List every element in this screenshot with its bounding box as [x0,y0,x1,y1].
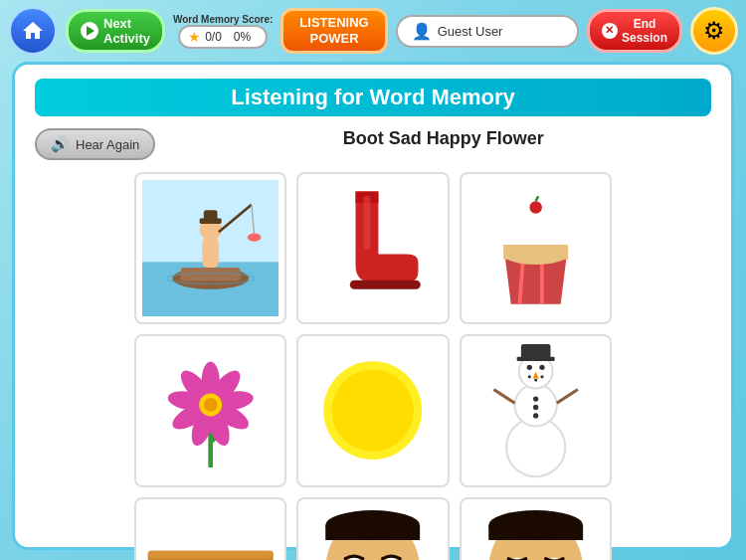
header: NextActivity Word Memory Score: ★ 0/0 0%… [0,0,746,62]
page-title: Listening for Word Memory [35,79,711,116]
sun-image [304,342,441,478]
svg-point-47 [533,414,538,419]
svg-point-18 [529,201,541,213]
svg-point-44 [540,376,543,379]
snowman-image [467,342,604,478]
fishing-image [142,180,279,316]
score-label: Word Memory Score: [173,14,273,25]
table-image [142,505,279,560]
next-activity-button[interactable]: NextActivity [66,9,165,53]
image-cell-happy-face[interactable] [296,497,449,560]
app-name-line1: LISTENING [299,15,368,30]
score-bar: ★ 0/0 0% [178,25,268,49]
happy-face-image [304,505,441,560]
svg-point-43 [534,379,537,382]
score-block: Word Memory Score: ★ 0/0 0% [173,14,273,49]
svg-point-31 [204,398,218,412]
end-session-label: EndSession [622,17,667,46]
image-cell-sun[interactable] [296,334,449,486]
svg-point-10 [248,234,262,242]
main-content: Listening for Word Memory 🔊 Hear Again B… [12,62,734,550]
image-cell-cupcake[interactable] [460,172,612,324]
svg-point-42 [527,376,530,379]
hear-again-label: Hear Again [76,137,139,152]
svg-rect-38 [521,344,551,359]
flower-image [142,342,279,478]
play-icon [81,22,98,40]
guest-user-button[interactable]: 👤 Guest User [396,15,579,48]
sad-face-image [467,505,604,560]
close-icon: ✕ [602,23,618,39]
svg-point-46 [533,405,538,410]
svg-rect-12 [350,280,421,289]
image-cell-table[interactable] [134,497,286,560]
image-cell-boot[interactable] [296,172,449,324]
svg-rect-4 [202,238,218,268]
next-activity-label: NextActivity [103,16,150,46]
gear-icon: ⚙ [703,17,725,45]
home-icon [21,19,45,43]
end-session-button[interactable]: ✕ EndSession [587,9,682,54]
boot-image [304,180,441,316]
svg-point-45 [533,397,538,402]
image-cell-snowman[interactable] [460,334,612,486]
svg-rect-3 [180,268,240,281]
app-name-line2: POWER [309,31,358,46]
home-button[interactable] [8,6,58,56]
cupcake-image [467,180,604,316]
svg-rect-51 [148,550,274,558]
svg-rect-16 [503,245,568,260]
svg-point-33 [332,370,414,452]
image-cell-sad-face[interactable] [460,497,612,560]
image-grid [134,172,612,560]
user-icon: 👤 [412,22,432,41]
svg-rect-58 [326,525,421,540]
svg-line-48 [493,390,514,404]
image-cell-fishing[interactable] [134,172,286,324]
svg-point-40 [539,365,544,370]
score-value: 0/0 [205,30,222,44]
score-pct: 0% [234,30,251,44]
guest-user-label: Guest User [438,24,503,39]
listening-power-button[interactable]: LISTENING POWER [280,8,387,53]
speaker-icon: 🔊 [51,135,70,153]
star-icon: ★ [188,29,201,45]
svg-line-49 [556,390,577,404]
word-prompt: Boot Sad Happy Flower [175,128,711,149]
image-cell-flower[interactable] [134,334,286,486]
hear-again-button[interactable]: 🔊 Hear Again [35,128,155,160]
svg-line-19 [535,196,537,201]
settings-button[interactable]: ⚙ [690,7,738,55]
svg-rect-70 [488,525,583,540]
svg-point-39 [526,365,531,370]
svg-rect-7 [204,210,218,221]
